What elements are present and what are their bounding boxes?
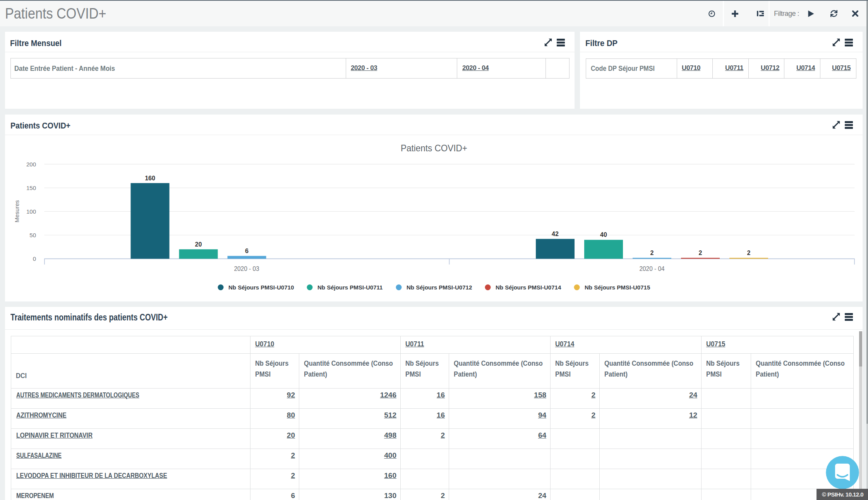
svg-text:2: 2: [699, 250, 702, 256]
svg-text:20: 20: [195, 241, 202, 248]
svg-text:2: 2: [650, 250, 654, 256]
svg-text:Patients COVID+: Patients COVID+: [401, 143, 467, 153]
svg-text:150: 150: [26, 185, 36, 191]
svg-text:200: 200: [26, 161, 36, 168]
svg-text:Nb Séjours PMSI-U0715: Nb Séjours PMSI-U0715: [585, 284, 650, 291]
svg-text:Mesures: Mesures: [14, 200, 20, 223]
svg-text:50: 50: [29, 232, 36, 238]
svg-text:40: 40: [600, 231, 607, 238]
svg-text:100: 100: [26, 208, 36, 215]
svg-text:0: 0: [33, 255, 36, 262]
svg-text:Nb Séjours PMSI-U0714: Nb Séjours PMSI-U0714: [496, 284, 561, 291]
svg-text:160: 160: [145, 175, 155, 182]
svg-text:Nb Séjours PMSI-U0710: Nb Séjours PMSI-U0710: [228, 284, 294, 291]
svg-text:Nb Séjours PMSI-U0712: Nb Séjours PMSI-U0712: [407, 284, 472, 291]
svg-text:2020 - 03: 2020 - 03: [234, 265, 259, 272]
svg-text:42: 42: [552, 231, 559, 237]
svg-text:Nb Séjours PMSI-U0711: Nb Séjours PMSI-U0711: [317, 284, 383, 291]
svg-text:2: 2: [747, 250, 751, 256]
svg-text:6: 6: [245, 248, 249, 254]
svg-text:2020 - 04: 2020 - 04: [640, 265, 665, 272]
